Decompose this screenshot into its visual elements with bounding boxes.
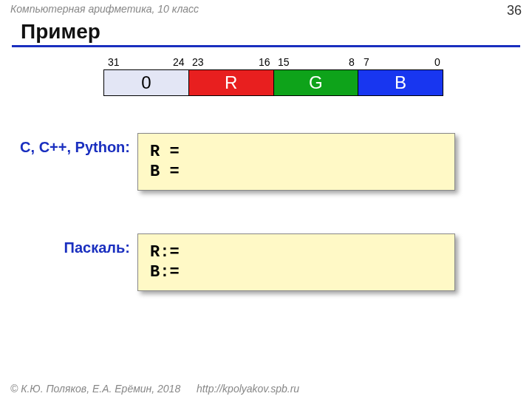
bit-15: 15 [278,56,290,68]
segment-r: R [189,70,274,95]
codebox-c-line2: B = [150,163,443,181]
footer: © К.Ю. Поляков, Е.А. Ерёмин, 2018 http:/… [10,383,299,395]
bit-23: 23 [192,56,204,68]
bit-labels: 31 24 23 16 15 8 7 0 [103,56,443,69]
bit-8: 8 [349,56,355,68]
footer-url[interactable]: http://kpolyakov.spb.ru [197,383,299,395]
codebox-c-line1: R = [150,143,443,161]
page-number: 36 [507,3,522,18]
codebox-pascal-line2: B:= [150,263,443,282]
lang1-label: C, C++, Python: [10,139,130,156]
register-diagram: 0 R G B [103,69,443,96]
bit-31: 31 [108,56,120,68]
copyright: © К.Ю. Поляков, Е.А. Ерёмин, 2018 [10,383,180,395]
codebox-pascal-line1: R:= [150,243,443,262]
codebox-pascal: R:= B:= [137,233,455,291]
page-title: Пример [21,20,532,44]
title-rule [12,45,520,47]
lang2-label: Паскаль: [10,239,130,256]
bit-0: 0 [434,56,440,68]
codebox-c: R = B = [137,133,455,191]
segment-zero: 0 [104,70,189,95]
bit-16: 16 [259,56,270,68]
bit-24: 24 [173,56,185,68]
segment-g: G [274,70,359,95]
segment-b: B [358,70,443,95]
course-label: Компьютерная арифметика, 10 класс [10,3,199,18]
bit-7: 7 [364,56,369,68]
